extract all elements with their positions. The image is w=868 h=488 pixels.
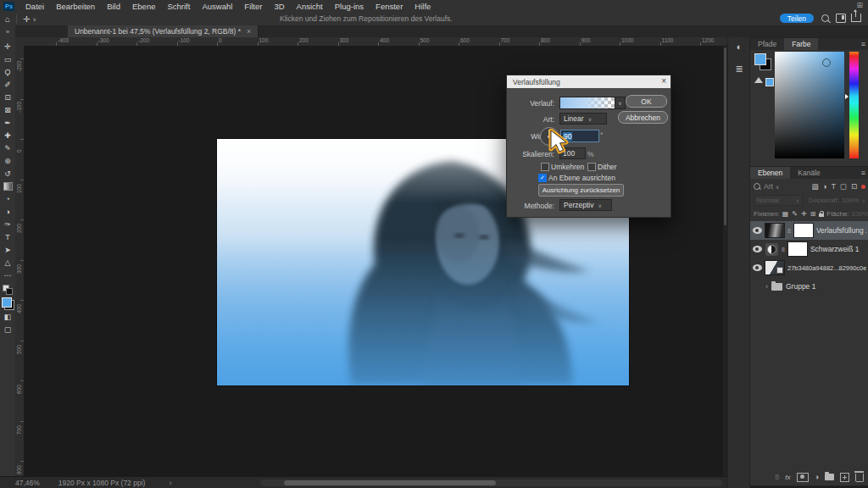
shape-tool[interactable]: △ xyxy=(1,256,14,269)
default-colors-icon[interactable] xyxy=(3,285,13,295)
layer-row-gruppe[interactable]: › Gruppe 1 xyxy=(750,277,868,296)
gradient-preview-swatch[interactable] xyxy=(559,97,615,109)
filter-toggle-icon[interactable] xyxy=(861,185,865,189)
scale-input[interactable]: 100 xyxy=(559,147,586,159)
menu-bild[interactable]: Bild xyxy=(101,2,126,11)
gamut-swatch[interactable] xyxy=(765,78,774,86)
gradient-layer-thumbnail[interactable] xyxy=(765,224,784,237)
filter-type-label[interactable]: Art xyxy=(764,182,773,191)
dialog-close-icon[interactable]: × xyxy=(661,76,666,86)
edit-toolbar[interactable]: ⋯ xyxy=(1,269,14,281)
close-icon[interactable]: × xyxy=(247,27,251,36)
layer-mask-thumbnail[interactable] xyxy=(794,224,813,237)
align-checkbox[interactable]: ✓ xyxy=(538,174,547,182)
screen-mode-icon[interactable]: ▢ xyxy=(1,323,14,336)
menu-filter[interactable]: Filter xyxy=(238,2,268,11)
lasso-tool[interactable]: Ϙ xyxy=(1,65,14,78)
filter-image-icon[interactable]: ▨ xyxy=(811,182,818,191)
filter-shape-icon[interactable]: ▢ xyxy=(840,182,847,191)
layer-name[interactable]: Verlaufsfüllung 2 xyxy=(816,226,866,235)
gamut-warning-icon[interactable] xyxy=(754,77,763,83)
panel-menu-icon[interactable]: ≡ xyxy=(861,40,865,48)
brush-tool[interactable]: ✎ xyxy=(1,141,14,154)
libraries-panel-icon[interactable]: ≣ xyxy=(735,64,743,75)
layer-row-verlaufsfuellung[interactable]: 8 Verlaufsfüllung 2 xyxy=(750,221,868,240)
hue-slider[interactable] xyxy=(849,52,859,158)
status-chevron-icon[interactable]: › xyxy=(169,479,171,487)
menu-fenster[interactable]: Fenster xyxy=(370,2,409,11)
expand-group-icon[interactable]: › xyxy=(765,282,768,291)
frame-tool[interactable]: ⊠ xyxy=(1,103,14,116)
cancel-button[interactable]: Abbrechen xyxy=(618,111,668,124)
angle-dial[interactable] xyxy=(540,127,559,146)
angle-input[interactable]: 90 xyxy=(560,130,599,142)
horizontal-scrollbar-thumb[interactable] xyxy=(284,480,496,485)
menu-plug-ins[interactable]: Plug-ins xyxy=(329,2,370,11)
type-tool[interactable]: T xyxy=(1,230,14,243)
layer-row-photo[interactable]: 27b3480a94882...82990c0e Kopie xyxy=(750,258,868,277)
umkehren-checkbox[interactable] xyxy=(541,163,549,171)
lock-paint-icon[interactable]: ✎ xyxy=(792,210,798,218)
add-mask-icon[interactable] xyxy=(797,473,809,482)
quick-mask-icon[interactable]: ◧ xyxy=(1,310,14,323)
foreground-color-swatch[interactable] xyxy=(754,53,766,65)
path-selection-tool[interactable]: ➤ xyxy=(1,243,14,256)
filter-type-icon[interactable]: T xyxy=(832,182,836,191)
eyedropper-tool[interactable]: ✒ xyxy=(1,116,14,129)
pen-tool[interactable]: ✑ xyxy=(1,218,14,230)
vertical-scrollbar-thumb[interactable] xyxy=(724,47,726,225)
deckkraft-value[interactable]: 100% xyxy=(842,197,859,204)
ok-button[interactable]: OK xyxy=(626,95,667,108)
filter-adjustment-icon[interactable]: ◑ xyxy=(823,182,827,191)
history-brush-tool[interactable]: ↺ xyxy=(1,167,14,180)
panel-color-swatches[interactable] xyxy=(754,53,771,70)
teilen-button[interactable]: Teilen xyxy=(780,14,814,23)
menu-schrift[interactable]: Schrift xyxy=(161,2,196,11)
new-group-icon[interactable] xyxy=(825,474,834,480)
blend-mode-dropdown[interactable]: Normal ∨ xyxy=(754,195,803,206)
home-icon[interactable]: ⌂ xyxy=(5,14,10,24)
layer-name[interactable]: 27b3480a94882...82990c0e Kopie xyxy=(787,264,866,272)
gradient-tool[interactable] xyxy=(1,180,14,192)
window-controls-icon[interactable]: ⊞ xyxy=(856,1,863,9)
marquee-tool[interactable]: ▭ xyxy=(1,53,14,65)
delete-layer-icon[interactable] xyxy=(855,474,864,482)
healing-brush-tool[interactable]: ✚ xyxy=(1,129,14,141)
link-layers-icon[interactable]: 8 xyxy=(775,473,779,481)
adjustment-layer-icon[interactable] xyxy=(765,243,778,256)
move-tool[interactable]: ✛ xyxy=(1,40,14,53)
visibility-eye-icon[interactable] xyxy=(753,227,762,234)
tab-ebenen[interactable]: Ebenen xyxy=(750,167,790,179)
layer-row-schwarzweiss[interactable]: 8 Schwarzweiß 1 xyxy=(750,240,868,258)
layer-mask-thumbnail[interactable] xyxy=(788,242,807,256)
lock-position-icon[interactable]: ✛ xyxy=(801,210,807,218)
search-icon[interactable] xyxy=(754,183,760,190)
gradient-dropdown-icon[interactable]: ∨ xyxy=(615,97,626,109)
dodge-tool[interactable]: ◑ xyxy=(1,205,14,218)
flaeche-value[interactable]: 100% xyxy=(852,210,868,218)
dialog-title[interactable]: Verlaufsfüllung xyxy=(507,75,670,88)
image-layer-thumbnail[interactable] xyxy=(765,261,784,274)
filter-smart-object-icon[interactable]: ⊡ xyxy=(851,182,857,191)
menu-datei[interactable]: Datei xyxy=(19,2,50,11)
methode-dropdown[interactable]: Perzeptiv∨ xyxy=(559,199,612,211)
tab-kanaele[interactable]: Kanäle xyxy=(790,167,827,179)
move-tool-icon[interactable]: ✛ xyxy=(23,14,30,24)
tab-farbe[interactable]: Farbe xyxy=(784,38,818,50)
menu-hilfe[interactable]: Hilfe xyxy=(409,2,437,11)
share-icon[interactable] xyxy=(851,14,861,22)
foreground-color-swatch[interactable] xyxy=(2,297,12,308)
chevron-down-icon[interactable]: ∨ xyxy=(32,16,36,22)
crop-tool[interactable]: ⊡ xyxy=(1,91,14,103)
menu-ansicht[interactable]: Ansicht xyxy=(291,2,329,11)
layer-effects-icon[interactable]: fx xyxy=(785,474,790,481)
lock-transparency-icon[interactable]: ▦ xyxy=(782,210,789,218)
dither-checkbox[interactable] xyxy=(587,163,596,171)
reset-alignment-button[interactable]: Ausrichtung zurücksetzen xyxy=(538,184,624,197)
color-swatches[interactable] xyxy=(2,297,14,310)
visibility-eye-icon[interactable] xyxy=(753,246,762,252)
color-field[interactable] xyxy=(775,52,844,158)
properties-panel-icon[interactable]: ◐ xyxy=(737,42,743,52)
horizontal-scrollbar[interactable] xyxy=(260,480,722,486)
lock-artboard-icon[interactable]: ⊞ xyxy=(810,210,816,218)
